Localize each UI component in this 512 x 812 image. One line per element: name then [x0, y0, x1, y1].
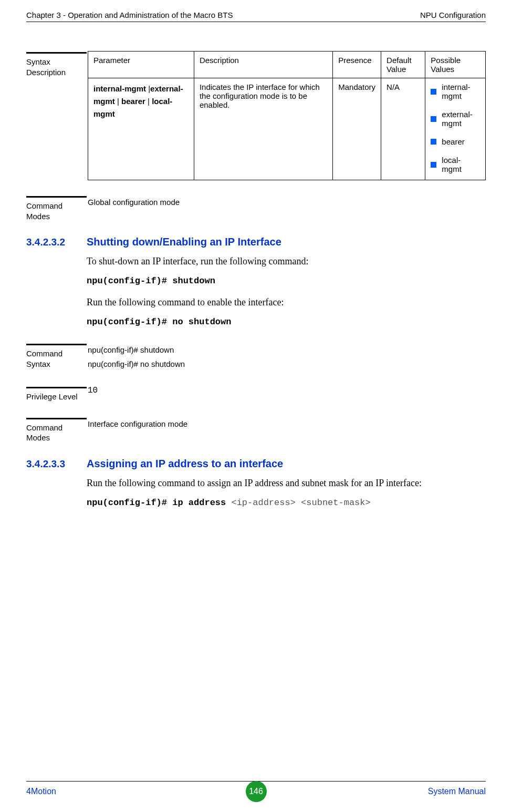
footer-right: System Manual — [428, 787, 486, 796]
command-modes-text-2: Interface configuration mode — [87, 417, 486, 431]
section-heading-1: 3.4.2.3.2 Shutting down/Enabling an IP I… — [26, 236, 486, 248]
col-description: Description — [194, 52, 332, 78]
cell-possible-values: internal-mgmt external-mgmt bearer local… — [425, 78, 486, 180]
command-syntax-label: Command Syntax — [26, 343, 87, 369]
section-number-2: 3.4.2.3.3 — [26, 458, 87, 470]
section-number-1: 3.4.2.3.2 — [26, 237, 87, 248]
privilege-level-block: Privilege Level 10 — [26, 386, 486, 402]
col-possible-values: Possible Values — [425, 52, 486, 78]
syntax-description-label: Syntax Description — [26, 51, 87, 77]
page-header: Chapter 3 - Operation and Administration… — [26, 11, 486, 19]
code-line: npu(config-if)# ip address <ip-address> … — [87, 498, 480, 508]
command-modes-text-1: Global configuration mode — [87, 195, 486, 209]
pv-item: bearer — [431, 137, 480, 146]
bullet-icon — [431, 162, 436, 168]
header-right: NPU Configuration — [420, 11, 486, 19]
command-modes-label: Command Modes — [26, 195, 87, 221]
header-rule — [26, 22, 486, 22]
command-modes-block-1: Command Modes Global configuration mode — [26, 195, 486, 221]
bullet-icon — [431, 89, 436, 95]
pv-item: external-mgmt — [431, 110, 480, 128]
command-modes-block-2: Command Modes Interface configuration mo… — [26, 417, 486, 443]
cell-default: N/A — [381, 78, 425, 180]
paragraph: Run the following command to enable the … — [87, 295, 480, 310]
syntax-table: Parameter Description Presence Default V… — [88, 51, 486, 180]
command-syntax-body: npu(config-if)# shutdown npu(config-if)#… — [87, 343, 486, 371]
table-row: internal-mgmt |external-mgmt | bearer | … — [88, 78, 486, 180]
command-modes-label: Command Modes — [26, 417, 87, 443]
cell-presence: Mandatory — [333, 78, 381, 180]
header-left: Chapter 3 - Operation and Administration… — [26, 11, 233, 19]
privilege-level-label: Privilege Level — [26, 386, 87, 402]
col-presence: Presence — [333, 52, 381, 78]
footer-left: 4Motion — [26, 787, 56, 796]
syntax-line: npu(config-if)# no shutdown — [88, 357, 486, 371]
table-header-row: Parameter Description Presence Default V… — [88, 52, 486, 78]
paragraph: To shut-down an IP interface, run the fo… — [87, 254, 480, 269]
cell-description: Indicates the IP interface for which the… — [194, 78, 332, 180]
pv-item: internal-mgmt — [431, 83, 480, 100]
privilege-level-value: 10 — [87, 386, 486, 395]
syntax-description-block: Syntax Description Parameter Description… — [26, 51, 486, 180]
command-syntax-block: Command Syntax npu(config-if)# shutdown … — [26, 343, 486, 371]
pv-item: local-mgmt — [431, 156, 480, 173]
page-footer: 4Motion 146 System Manual — [26, 781, 486, 796]
bullet-icon — [431, 139, 436, 145]
col-parameter: Parameter — [88, 52, 194, 78]
section-title-2: Assigning an IP address to an interface — [87, 458, 283, 470]
syntax-line: npu(config-if)# shutdown — [88, 343, 486, 357]
col-default-value: Default Value — [381, 52, 425, 78]
bullet-icon — [431, 116, 436, 122]
code-line: npu(config-if)# shutdown — [87, 276, 480, 286]
section-title-1: Shutting down/Enabling an IP Interface — [87, 236, 281, 248]
cell-parameter: internal-mgmt |external-mgmt | bearer | … — [88, 78, 194, 180]
page-number-badge: 146 — [246, 781, 267, 802]
paragraph: Run the following command to assign an I… — [87, 476, 480, 490]
code-line: npu(config-if)# no shutdown — [87, 317, 480, 327]
section-heading-2: 3.4.2.3.3 Assigning an IP address to an … — [26, 458, 486, 470]
